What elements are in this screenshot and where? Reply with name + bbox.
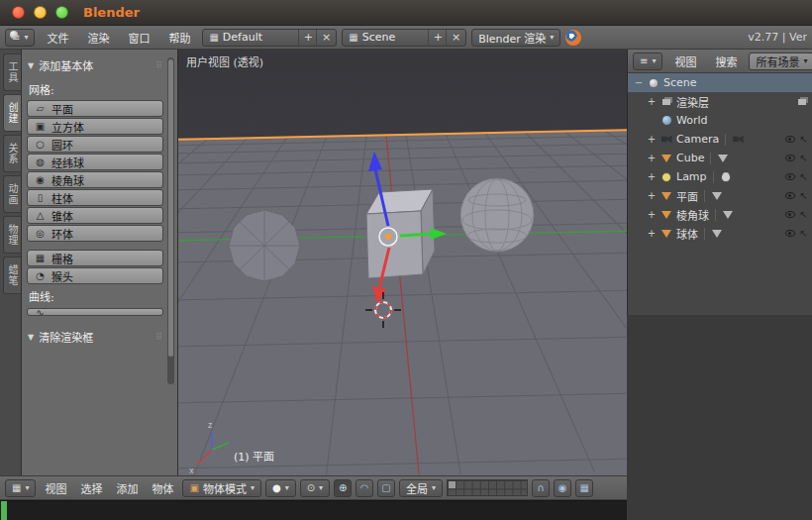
menu-window[interactable]: 窗口 bbox=[121, 28, 156, 48]
menu-help[interactable]: 帮助 bbox=[161, 28, 197, 48]
panel-drag-dots-icon[interactable]: ⠿ bbox=[155, 332, 162, 342]
expand-icon[interactable]: + bbox=[647, 96, 657, 107]
outliner-row-scene[interactable]: − Scene bbox=[628, 73, 812, 92]
selectability-cursor-icon[interactable]: ↖ bbox=[800, 191, 808, 201]
selectability-cursor-icon[interactable]: ↖ bbox=[800, 172, 808, 182]
manipulator-scale-toggle[interactable]: ▢ bbox=[377, 479, 395, 497]
outliner-row-ico-sphere[interactable]: + 棱角球 ↖ bbox=[628, 205, 812, 224]
mode-dropdown[interactable]: ▣ 物体模式 ▾ bbox=[182, 479, 260, 497]
selectability-cursor-icon[interactable]: ↖ bbox=[800, 229, 808, 239]
visibility-eye-icon[interactable] bbox=[785, 211, 795, 218]
add-torus-button[interactable]: ◎ 环体 bbox=[27, 225, 163, 242]
orientation-dropdown[interactable]: 全局 ▾ bbox=[399, 479, 443, 497]
active-layer-cell[interactable] bbox=[449, 481, 456, 488]
menu-select[interactable]: 选择 bbox=[75, 478, 107, 498]
item-label: World bbox=[676, 114, 708, 127]
menu-file[interactable]: 文件 bbox=[40, 28, 75, 48]
outliner-row-render-layers[interactable]: + 渲染层 bbox=[628, 92, 812, 111]
current-frame-marker[interactable] bbox=[1, 501, 7, 520]
add-ico-sphere-button[interactable]: ◉ 棱角球 bbox=[27, 171, 163, 188]
display-filter-dropdown[interactable]: 所有场景 ▾ bbox=[749, 52, 812, 70]
viewport-canvas[interactable]: z x 用户视图 (透视) (1) 平面 bbox=[178, 50, 627, 475]
tab-create[interactable]: 创建 bbox=[3, 94, 21, 132]
add-layout-button[interactable]: + bbox=[298, 30, 318, 46]
visibility-eye-icon[interactable] bbox=[785, 173, 795, 180]
expand-icon[interactable]: + bbox=[647, 171, 657, 182]
expand-icon[interactable]: + bbox=[647, 190, 657, 201]
panel-drag-dots-icon[interactable]: ⠿ bbox=[155, 60, 162, 70]
menu-view[interactable]: 视图 bbox=[40, 478, 71, 498]
close-window-button[interactable] bbox=[12, 6, 25, 19]
add-scene-button[interactable]: + bbox=[428, 30, 448, 46]
browse-scenes-icon[interactable]: ▦ bbox=[349, 32, 357, 43]
minimize-window-button[interactable] bbox=[34, 6, 47, 19]
engine-name: Blender 渲染 bbox=[478, 30, 546, 46]
add-circle-button[interactable]: ○ 圆环 bbox=[27, 136, 163, 153]
timeline-strip[interactable] bbox=[0, 500, 627, 520]
shading-dropdown[interactable]: ● ▾ bbox=[265, 479, 296, 497]
scale-icon: ▢ bbox=[381, 482, 390, 493]
editor-type-button[interactable]: ▦ ▾ bbox=[5, 479, 36, 497]
add-cone-button[interactable]: △ 锥体 bbox=[27, 207, 163, 224]
outliner-row-world[interactable]: World bbox=[628, 111, 812, 130]
tab-grease-pencil[interactable]: 蜡笔 bbox=[3, 257, 21, 294]
snap-magnet-toggle[interactable]: ∩ bbox=[532, 479, 550, 497]
delete-layout-button[interactable]: × bbox=[316, 30, 336, 46]
opengl-render-anim-button[interactable]: ▦ bbox=[575, 479, 593, 497]
toolshelf-scrollbar[interactable] bbox=[167, 57, 174, 384]
manipulator-rotate-toggle[interactable]: ◠ bbox=[355, 479, 373, 497]
selectability-cursor-icon[interactable]: ↖ bbox=[800, 135, 808, 145]
scene-selector[interactable]: ▦ Scene + × bbox=[342, 29, 466, 47]
tab-animation[interactable]: 动画 bbox=[3, 175, 21, 213]
menu-render[interactable]: 渲染 bbox=[80, 28, 116, 48]
add-curve-button-partial[interactable]: ∿ bbox=[27, 308, 163, 316]
tab-tools[interactable]: 工具 bbox=[3, 53, 21, 91]
menu-search[interactable]: 搜索 bbox=[708, 52, 744, 71]
chevron-down-icon: ▾ bbox=[251, 483, 254, 492]
add-cube-button[interactable]: ▣ 立方体 bbox=[27, 118, 163, 135]
tab-relations[interactable]: 关系 bbox=[3, 135, 21, 172]
visibility-eye-icon[interactable] bbox=[785, 230, 795, 237]
menu-view[interactable]: 视图 bbox=[667, 52, 703, 71]
maximize-window-button[interactable] bbox=[55, 6, 68, 19]
layers-grid[interactable] bbox=[447, 479, 528, 496]
add-grid-button[interactable]: ▦ 栅格 bbox=[27, 250, 163, 266]
scene-name[interactable]: Scene bbox=[362, 31, 424, 44]
collapse-icon[interactable]: − bbox=[634, 77, 644, 88]
selectability-cursor-icon[interactable]: ↖ bbox=[800, 210, 808, 220]
add-cylinder-button[interactable]: ▯ 柱体 bbox=[27, 189, 163, 206]
menu-object[interactable]: 物体 bbox=[147, 478, 178, 498]
uv-sphere-object[interactable] bbox=[460, 178, 534, 252]
selectability-cursor-icon[interactable]: ↖ bbox=[800, 154, 808, 163]
screen-layout-selector[interactable]: ▦ Default + × bbox=[202, 29, 337, 47]
chevron-down-icon: ▾ bbox=[285, 483, 289, 492]
manipulator-translate-toggle[interactable]: ⊕ bbox=[334, 479, 352, 497]
outliner-row-plane[interactable]: + 平面 ↖ bbox=[628, 186, 812, 205]
delete-scene-button[interactable]: × bbox=[446, 30, 465, 46]
outliner-row-cube[interactable]: + Cube ↖ bbox=[628, 149, 812, 167]
editor-type-button[interactable]: ≡ ▾ bbox=[633, 52, 662, 70]
viewport-3d[interactable]: z x 用户视图 (透视) (1) 平面 bbox=[178, 50, 627, 475]
layout-name[interactable]: Default bbox=[223, 31, 294, 44]
visibility-eye-icon[interactable] bbox=[785, 192, 795, 199]
outliner-row-lamp[interactable]: + Lamp ↖ bbox=[628, 167, 812, 186]
panel-add-primitives-header[interactable]: ▼ 添加基本体 ⠿ bbox=[27, 54, 163, 76]
expand-icon[interactable]: + bbox=[647, 153, 657, 163]
outliner-row-sphere[interactable]: + 球体 ↖ bbox=[628, 224, 812, 243]
browse-layouts-icon[interactable]: ▦ bbox=[209, 32, 218, 43]
add-monkey-button[interactable]: ◔ 猴头 bbox=[27, 267, 163, 284]
render-engine-dropdown[interactable]: Blender 渲染 ▾ bbox=[471, 29, 560, 47]
add-uv-sphere-button[interactable]: ◍ 经纬球 bbox=[27, 154, 163, 170]
menu-add[interactable]: 添加 bbox=[111, 478, 143, 498]
pivot-dropdown[interactable]: ⊙ ▾ bbox=[300, 479, 330, 497]
visibility-eye-icon[interactable] bbox=[785, 136, 795, 143]
outliner-row-camera[interactable]: + Camera ↖ bbox=[628, 130, 812, 149]
expand-icon[interactable]: + bbox=[647, 134, 657, 145]
panel-clear-render-border-header[interactable]: ▼ 清除渲染框 ⠿ bbox=[27, 326, 163, 348]
visibility-eye-icon[interactable] bbox=[785, 155, 795, 161]
opengl-render-button[interactable]: ◉ bbox=[554, 479, 571, 497]
tab-physics[interactable]: 物理 bbox=[3, 216, 21, 254]
add-plane-button[interactable]: ▱ 平面 bbox=[27, 100, 163, 117]
expand-icon[interactable]: + bbox=[647, 209, 657, 220]
expand-icon[interactable]: + bbox=[647, 228, 657, 239]
